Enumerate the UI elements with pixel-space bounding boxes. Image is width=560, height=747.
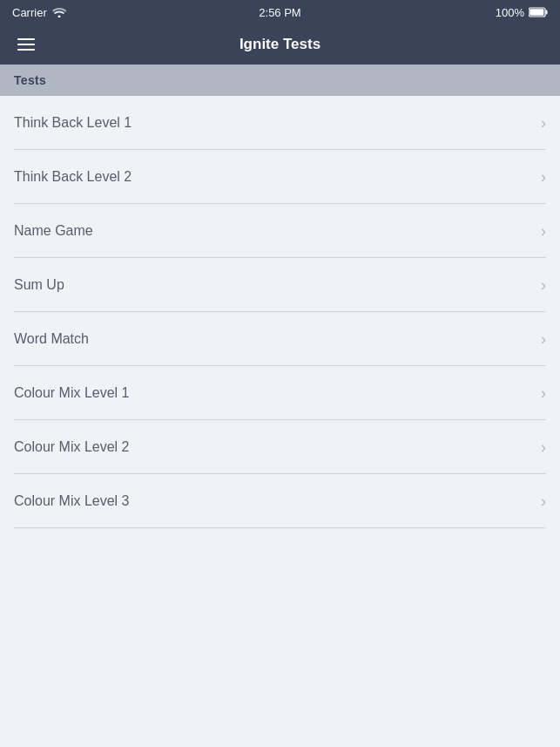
list-item-label-word-match: Word Match	[14, 331, 89, 347]
svg-rect-1	[530, 9, 543, 16]
battery-icon	[529, 7, 548, 17]
list-item-colour-mix-1[interactable]: Colour Mix Level 1›	[0, 366, 560, 420]
list-item-label-colour-mix-2: Colour Mix Level 2	[14, 439, 130, 455]
list-item-label-colour-mix-1: Colour Mix Level 1	[14, 385, 130, 401]
list-item-label-think-back-2: Think Back Level 2	[14, 169, 132, 185]
chevron-icon-think-back-1: ›	[541, 115, 546, 131]
chevron-icon-colour-mix-1: ›	[541, 385, 546, 401]
section-header: Tests	[0, 65, 560, 96]
list-item-name-game[interactable]: Name Game›	[0, 204, 560, 258]
hamburger-menu-button[interactable]	[14, 35, 38, 54]
chevron-icon-sum-up: ›	[541, 277, 546, 293]
status-bar: Carrier 2:56 PM 100%	[0, 0, 560, 24]
list-item-word-match[interactable]: Word Match›	[0, 312, 560, 366]
hamburger-line-2	[17, 44, 35, 45]
nav-title: Ignite Tests	[240, 36, 320, 53]
section-header-label: Tests	[14, 73, 46, 87]
list-item-colour-mix-3[interactable]: Colour Mix Level 3›	[0, 474, 560, 528]
list-item-label-colour-mix-3: Colour Mix Level 3	[14, 493, 130, 509]
hamburger-line-1	[17, 38, 35, 40]
battery-percent: 100%	[496, 6, 524, 19]
hamburger-line-3	[17, 49, 35, 51]
list-item-label-sum-up: Sum Up	[14, 277, 64, 293]
list-container: Think Back Level 1›Think Back Level 2›Na…	[0, 96, 560, 528]
chevron-icon-think-back-2: ›	[541, 169, 546, 185]
list-item-label-name-game: Name Game	[14, 223, 93, 239]
list-item-label-think-back-1: Think Back Level 1	[14, 115, 132, 131]
wifi-icon	[52, 7, 66, 17]
chevron-icon-colour-mix-2: ›	[541, 439, 546, 455]
chevron-icon-name-game: ›	[541, 223, 546, 239]
carrier-label: Carrier	[12, 6, 47, 19]
status-bar-time: 2:56 PM	[259, 6, 300, 19]
list-item-sum-up[interactable]: Sum Up›	[0, 258, 560, 312]
svg-rect-2	[546, 10, 548, 15]
list-item-think-back-1[interactable]: Think Back Level 1›	[0, 96, 560, 150]
list-item-colour-mix-2[interactable]: Colour Mix Level 2›	[0, 420, 560, 474]
status-bar-left: Carrier	[12, 6, 66, 19]
chevron-icon-colour-mix-3: ›	[541, 493, 546, 509]
status-bar-right: 100%	[496, 6, 548, 19]
chevron-icon-word-match: ›	[541, 331, 546, 347]
list-item-think-back-2[interactable]: Think Back Level 2›	[0, 150, 560, 204]
nav-bar: Ignite Tests	[0, 24, 560, 65]
